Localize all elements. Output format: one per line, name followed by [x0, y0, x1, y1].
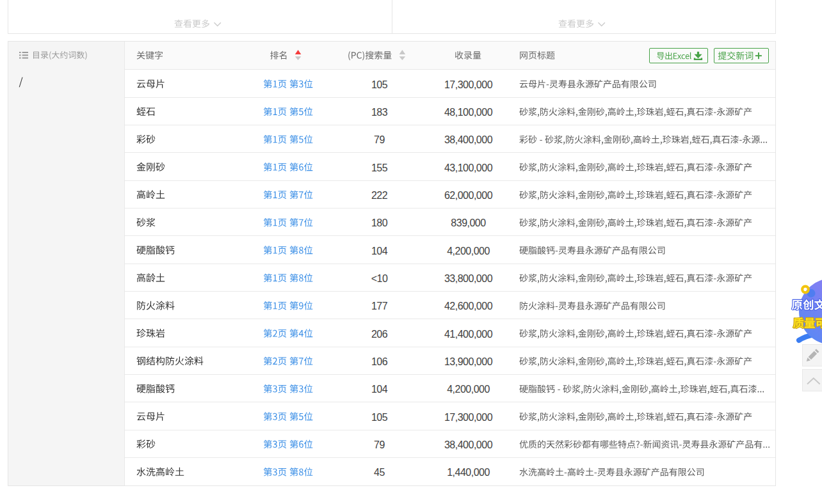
svg-text:4,200,000: 4,200,000 [447, 384, 490, 395]
svg-text:222: 222 [371, 190, 388, 201]
svg-text:105: 105 [371, 412, 388, 423]
svg-text:45: 45 [374, 467, 385, 478]
svg-text:104: 104 [371, 384, 388, 395]
svg-text:79: 79 [374, 439, 385, 450]
svg-text:155: 155 [371, 162, 388, 173]
svg-text:13,900,000: 13,900,000 [444, 356, 493, 367]
svg-text:206: 206 [371, 329, 388, 340]
svg-text:839,000: 839,000 [451, 217, 486, 228]
svg-text:38,400,000: 38,400,000 [444, 134, 493, 145]
svg-text:180: 180 [371, 217, 388, 228]
svg-text:106: 106 [371, 356, 388, 367]
svg-text:<10: <10 [371, 273, 388, 284]
svg-text:62,000,000: 62,000,000 [444, 190, 493, 201]
svg-text:17,300,000: 17,300,000 [444, 412, 493, 423]
svg-text:17,300,000: 17,300,000 [444, 79, 493, 90]
svg-text:79: 79 [374, 134, 385, 145]
svg-text:33,800,000: 33,800,000 [444, 273, 493, 284]
svg-text:1,440,000: 1,440,000 [447, 467, 490, 478]
svg-text:4,200,000: 4,200,000 [447, 246, 490, 256]
svg-text:177: 177 [371, 301, 388, 311]
svg-text:43,100,000: 43,100,000 [444, 162, 493, 173]
svg-text:48,100,000: 48,100,000 [444, 107, 493, 118]
svg-text:105: 105 [371, 79, 388, 90]
svg-text:42,600,000: 42,600,000 [444, 301, 493, 311]
svg-text:41,400,000: 41,400,000 [444, 329, 493, 340]
svg-text:104: 104 [371, 246, 388, 256]
svg-text:183: 183 [371, 107, 388, 118]
svg-text:38,400,000: 38,400,000 [444, 439, 493, 450]
